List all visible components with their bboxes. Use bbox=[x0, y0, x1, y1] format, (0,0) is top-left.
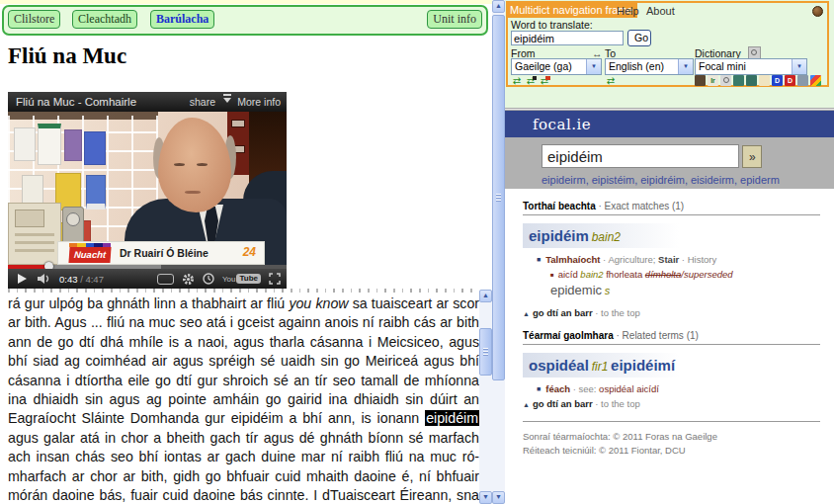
bullet-icon: ■ bbox=[537, 385, 541, 392]
multidict-frame: Multidict navigation frame Help About Wo… bbox=[505, 0, 834, 108]
page-scrollbar[interactable]: ▲ ▼ bbox=[492, 0, 505, 504]
translation-line: epidemic s bbox=[550, 283, 820, 297]
office-machine bbox=[8, 203, 61, 265]
dictionary-favicon[interactable]: D bbox=[785, 75, 795, 86]
dictionary-favicon[interactable] bbox=[746, 75, 757, 86]
dictionary-favicon[interactable] bbox=[733, 75, 744, 86]
scrollbar-thumb[interactable] bbox=[479, 328, 492, 376]
time-total: 4:47 bbox=[85, 274, 104, 285]
focal-logo[interactable]: focal.ie bbox=[533, 116, 591, 133]
clilstore-button[interactable]: Clilstore bbox=[8, 10, 60, 29]
part-of-speech: bain2 bbox=[592, 230, 621, 244]
watch-later-clock-icon[interactable] bbox=[203, 273, 214, 285]
to-top-link[interactable]: ▲go dtí an barr · to the top bbox=[523, 307, 820, 318]
search-suggestions[interactable]: eipideirm, eipistéim, eipidréim, eisidei… bbox=[542, 174, 780, 186]
divider bbox=[523, 421, 820, 422]
video-player[interactable]: Fliú na Muc - Comhairle share More info bbox=[8, 92, 287, 289]
time-current: 0:43 bbox=[59, 274, 78, 285]
focal-results: Torthaí beachta · Exact matches (1) eipi… bbox=[505, 189, 834, 504]
scroll-down-icon[interactable]: ▼ bbox=[492, 491, 505, 504]
dictionary-favicon[interactable]: Ir bbox=[708, 75, 718, 86]
volume-icon[interactable] bbox=[38, 273, 52, 285]
language-shortcut-icons: ⇄ ⇄ ⇄ bbox=[511, 75, 550, 87]
transcript-segment: rá gur ulpóg ba ghnáth linn a thabhairt … bbox=[8, 295, 289, 311]
transcript-segment: sa tuaisceart ar scor ar bith. Agus ... … bbox=[8, 295, 479, 426]
youtube-logo[interactable]: YouTube bbox=[222, 274, 261, 284]
scroll-down-icon[interactable]: ▼ bbox=[479, 491, 492, 504]
dictionary-entry: ospidéal fir1 eipidéimí bbox=[523, 353, 707, 378]
from-language-select[interactable]: Gaeilge (ga) ▼ bbox=[511, 58, 602, 75]
chevron-down-icon[interactable]: ▼ bbox=[792, 59, 806, 74]
dictionary-favicon[interactable] bbox=[797, 75, 808, 86]
settings-gear-icon[interactable] bbox=[182, 273, 195, 286]
cleachtadh-button[interactable]: Cleachtadh bbox=[72, 10, 137, 29]
clilstore-page: Clilstore Cleachtadh Barúlacha Unit info… bbox=[0, 0, 505, 504]
globe-icon[interactable] bbox=[812, 6, 823, 17]
entry-block: ospidéal fir1 eipidéimí ■féach · see: os… bbox=[523, 353, 820, 394]
header-english: · Related terms (1) bbox=[614, 330, 699, 341]
video-title: Fliú na Muc - Comhairle bbox=[16, 92, 136, 112]
dictionary-favicon[interactable] bbox=[810, 75, 821, 86]
highlighted-word[interactable]: eipidéim bbox=[425, 410, 479, 426]
swap-langs-icon[interactable]: ⇄ bbox=[605, 75, 617, 87]
speaker-eye bbox=[197, 163, 208, 166]
to-top-link[interactable]: ▲go dtí an barr · to the top bbox=[523, 398, 820, 409]
to-top-irish: go dtí an barr bbox=[533, 307, 593, 318]
about-menu[interactable]: About bbox=[646, 5, 675, 17]
play-button[interactable] bbox=[18, 274, 27, 284]
leaflet bbox=[64, 129, 82, 161]
more-info-button[interactable]: More info bbox=[237, 92, 281, 112]
dictionary-shortcut-icons: Ir D D bbox=[695, 75, 821, 87]
divider bbox=[523, 214, 820, 215]
unit-info-button[interactable]: Unit info bbox=[427, 10, 482, 29]
swap-langs-icon[interactable]: ⇄ bbox=[525, 75, 537, 87]
translation[interactable]: epidemic bbox=[550, 283, 602, 297]
to-top-english: · to the top bbox=[593, 398, 640, 409]
transcript-scrollbar[interactable]: ▲ ▼ bbox=[479, 290, 492, 504]
dictionary-favicon[interactable] bbox=[720, 75, 731, 86]
focal-search-button[interactable]: » bbox=[742, 145, 762, 168]
swap-langs-icon[interactable]: ⇄ bbox=[511, 75, 523, 87]
dictionary-select[interactable]: Focal mini ▼ bbox=[695, 58, 807, 75]
youtube-you: You bbox=[222, 275, 236, 284]
headword-link[interactable]: eipidéimí bbox=[611, 357, 675, 374]
leaflet bbox=[38, 124, 61, 165]
nuacht-logo: Nuacht bbox=[68, 247, 111, 263]
fullscreen-icon[interactable] bbox=[269, 273, 281, 285]
headword-link[interactable]: ospidéal bbox=[529, 357, 589, 374]
synonym[interactable]: aicíd bbox=[558, 269, 578, 280]
share-button[interactable]: share bbox=[190, 92, 215, 112]
swap-langs-icon[interactable]: ⇄ bbox=[539, 75, 550, 87]
to-language-select[interactable]: English (en) ▼ bbox=[605, 58, 694, 75]
dictionary-value: Focal mini bbox=[699, 60, 746, 72]
word-input[interactable] bbox=[511, 31, 624, 45]
focal-search-input[interactable] bbox=[542, 144, 739, 168]
up-triangle-icon: ▲ bbox=[523, 310, 530, 317]
help-menu[interactable]: Help bbox=[617, 5, 639, 17]
dictionary-favicon[interactable] bbox=[695, 75, 706, 86]
footer-technical: Réiteach teicniúil: © 2011 Fiontar, DCU bbox=[523, 444, 820, 458]
video-frame[interactable]: Nuacht Dr Ruairí Ó Bléine 24 bbox=[8, 112, 287, 265]
to-language-shortcut-icons: ⇄ bbox=[605, 75, 617, 87]
transcript-italic: you know bbox=[289, 295, 348, 311]
headword-link[interactable]: eipidéim bbox=[529, 227, 589, 244]
chevron-down-icon[interactable]: ▼ bbox=[678, 59, 693, 74]
from-language-value: Gaeilge (ga) bbox=[515, 60, 572, 72]
multidict-panel: Multidict navigation frame Help About Wo… bbox=[506, 1, 829, 87]
leaflet bbox=[84, 131, 106, 165]
see-target-link[interactable]: ospidéal aicídí bbox=[599, 383, 659, 394]
dictionary-favicon[interactable] bbox=[759, 75, 770, 86]
chevron-down-icon[interactable]: ▼ bbox=[586, 59, 601, 74]
word-to-translate-label: Word to translate: bbox=[511, 19, 593, 31]
see-also-line: ■féach · see: ospidéal aicídí bbox=[537, 383, 820, 394]
scroll-up-icon[interactable]: ▲ bbox=[479, 290, 492, 302]
go-button[interactable]: Go bbox=[627, 30, 651, 46]
captions-icon[interactable] bbox=[157, 274, 174, 285]
speaker-face bbox=[158, 118, 231, 212]
leaflet bbox=[86, 175, 106, 210]
scrollbar-thumb[interactable] bbox=[492, 15, 505, 380]
scroll-up-icon[interactable]: ▲ bbox=[492, 0, 505, 13]
barulacha-button[interactable]: Barúlacha bbox=[150, 10, 214, 29]
dictionary-favicon[interactable]: D bbox=[772, 75, 783, 86]
dictionary-entry: eipidéim bain2 bbox=[523, 223, 707, 248]
